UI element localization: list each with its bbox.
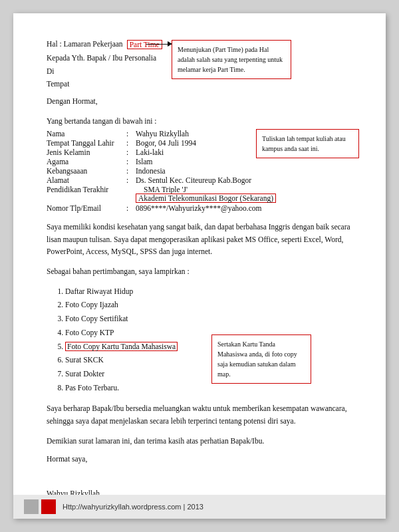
label-pendidikan: Pendidikan Terakhir: [47, 185, 126, 203]
list-item: Daftar Riwayat Hidup: [65, 285, 352, 299]
hal-label: Hal : Lamaran Pekerjaan: [47, 40, 123, 48]
label-ttl: Tempat Tanggal Lahir: [47, 138, 126, 148]
value-alamat: Ds. Sentul Kec. Citeureup Kab.Bogor: [136, 176, 352, 185]
table-row: Agama : Islam: [47, 157, 352, 166]
footer-url: Http://wahyurizkyllah.wordpress.com | 20…: [63, 503, 203, 511]
hormat-label: Hormat saya,: [47, 455, 352, 463]
value-telp: 0896****/Wahyurizky****@yahoo.com: [136, 203, 352, 213]
paragraph3: Demikian surat lamaran ini, dan terima k…: [47, 435, 352, 447]
label-telp: Nomor Tlp/Email: [47, 203, 126, 213]
callout-kampus-container: Tuliskan lah tempat kuliah atau kampus a…: [256, 129, 359, 158]
table-row: Nomor Tlp/Email : 0896****/Wahyurizky***…: [47, 203, 352, 213]
square-red: [41, 499, 56, 514]
callout-part-time: Menunjukan (Part Time) pada Hal adalah s…: [172, 40, 291, 79]
list-item: Foto Copy Sertifikat: [65, 312, 352, 326]
page: Hal : Lamaran Pekerjaan Part Time Menunj…: [13, 13, 386, 519]
label-jk: Jenis Kelamin: [47, 148, 126, 157]
label-nama: Nama: [47, 129, 126, 138]
paragraph2: Saya berharap Bapak/Ibu bersedia meluang…: [47, 402, 352, 427]
table-row: Kebangsaaan : Indonesia: [47, 166, 352, 176]
callout-ktm: Sertakan Kartu Tanda Mahasiswa anda, di …: [211, 334, 311, 384]
header-section: Hal : Lamaran Pekerjaan Part Time Menunj…: [47, 40, 352, 108]
table-row: Alamat : Ds. Sentul Kec. Citeureup Kab.B…: [47, 176, 352, 185]
kepada-line3: Tempat: [47, 78, 352, 91]
attachment-list: Daftar Riwayat Hidup Foto Copy Ijazah Fo…: [65, 285, 352, 395]
info-section: Nama : Wahyu Rizkyllah Tempat Tanggal La…: [47, 129, 352, 213]
kepada-hormat: Dengan Hormat,: [47, 95, 352, 108]
label-alamat: Alamat: [47, 176, 126, 185]
value-kebangsaan: Indonesia: [136, 166, 352, 176]
list-item: Foto Copy Ijazah: [65, 298, 352, 312]
sma-value: SMA Triple 'J': [144, 186, 352, 194]
footer-bar: Http://wahyurizkyllah.wordpress.com | 20…: [13, 495, 386, 519]
list-item-mahasiswa: Foto Copy Kartu Tanda Mahasiswa Sertakan…: [65, 340, 352, 354]
hal-line: Hal : Lamaran Pekerjaan Part Time Menunj…: [47, 40, 352, 49]
paragraph1: Saya memiliki kondisi kesehatan yang san…: [47, 221, 352, 257]
value-agama: Islam: [136, 157, 352, 166]
hormat-section: Hormat saya, Wahyu Rizkyllah: [47, 455, 352, 497]
akademi-value: Akademi Telekomunikasi Bogor (Sekarang): [136, 194, 276, 203]
sebagai: Sebagai bahan pertimbangan, saya lampirk…: [47, 265, 352, 277]
foto-copy-ktm: Foto Copy Kartu Tanda Mahasiswa: [65, 342, 178, 351]
table-row: Pendidikan Terakhir SMA Triple 'J' Akade…: [47, 185, 352, 203]
label-agama: Agama: [47, 157, 126, 166]
callout-kampus: Tuliskan lah tempat kuliah atau kampus a…: [256, 129, 359, 158]
value-pendidikan: SMA Triple 'J' Akademi Telekomunikasi Bo…: [136, 185, 352, 203]
list-section: Daftar Riwayat Hidup Foto Copy Ijazah Fo…: [47, 285, 352, 395]
label-kebangsaan: Kebangsaaan: [47, 166, 126, 176]
square-gray: [24, 499, 39, 514]
yang-bertanda: Yang bertanda tangan di bawah ini :: [47, 117, 352, 125]
footer-squares: [24, 499, 56, 514]
